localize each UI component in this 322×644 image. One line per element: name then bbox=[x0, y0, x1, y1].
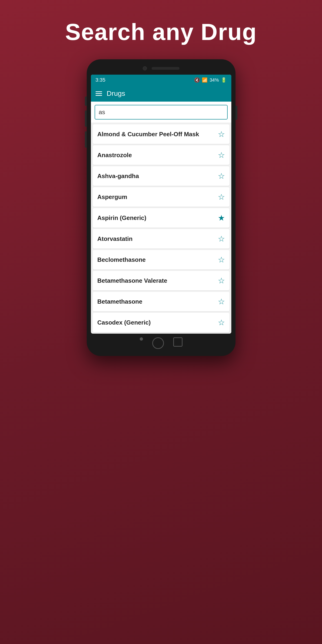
drug-list-item[interactable]: Aspirin (Generic)★ bbox=[93, 208, 230, 228]
hamburger-menu-button[interactable] bbox=[96, 91, 102, 96]
nav-recents-button[interactable] bbox=[173, 337, 182, 347]
phone-screen: 3:35 🔇 📶 34% 🔋 Drugs as Almond bbox=[91, 75, 231, 334]
favorite-star-icon[interactable]: ☆ bbox=[218, 171, 225, 181]
drug-name: Aspergum bbox=[98, 194, 128, 201]
battery-text: 34% bbox=[210, 78, 219, 83]
favorite-star-icon[interactable]: ☆ bbox=[218, 318, 225, 327]
search-input-value: as bbox=[99, 108, 105, 116]
favorite-star-icon[interactable]: ☆ bbox=[218, 234, 225, 244]
drug-list: Almond & Cucumber Peel-Off Mask☆Anastroz… bbox=[91, 124, 231, 332]
drug-name: Almond & Cucumber Peel-Off Mask bbox=[98, 131, 199, 138]
status-bar: 3:35 🔇 📶 34% 🔋 bbox=[91, 75, 231, 85]
battery-icon: 🔋 bbox=[221, 77, 227, 83]
drug-list-item[interactable]: Ashva-gandha☆ bbox=[93, 166, 230, 186]
drug-list-item[interactable]: Betamethasone☆ bbox=[93, 292, 230, 311]
phone-speaker bbox=[152, 67, 180, 70]
favorite-star-icon[interactable]: ☆ bbox=[218, 130, 225, 139]
drug-list-item[interactable]: Atorvastatin☆ bbox=[93, 229, 230, 248]
favorite-star-icon[interactable]: ☆ bbox=[218, 192, 225, 202]
drug-name: Betamethasone Valerate bbox=[98, 277, 168, 284]
volume-silent-button bbox=[85, 96, 87, 106]
favorite-star-icon[interactable]: ☆ bbox=[218, 255, 225, 264]
favorite-star-icon[interactable]: ★ bbox=[218, 213, 225, 222]
power-button bbox=[236, 106, 237, 120]
drug-name: Betamethasone bbox=[98, 298, 142, 305]
favorite-star-icon[interactable]: ☆ bbox=[218, 150, 225, 160]
volume-up-button bbox=[85, 110, 87, 127]
phone-top-bar bbox=[91, 66, 231, 70]
mute-icon: 🔇 bbox=[194, 77, 200, 83]
nav-home-button[interactable] bbox=[152, 337, 164, 349]
drug-list-item[interactable]: Beclomethasone☆ bbox=[93, 250, 230, 270]
drug-list-item[interactable]: Aspergum☆ bbox=[93, 187, 230, 207]
favorite-star-icon[interactable]: ☆ bbox=[218, 276, 225, 285]
status-time: 3:35 bbox=[96, 77, 106, 83]
drug-name: Ashva-gandha bbox=[98, 172, 139, 180]
drug-list-item[interactable]: Almond & Cucumber Peel-Off Mask☆ bbox=[93, 124, 230, 144]
drug-name: Anastrozole bbox=[98, 152, 132, 159]
app-bar-title: Drugs bbox=[107, 90, 125, 98]
search-input-wrapper[interactable]: as bbox=[94, 105, 228, 120]
phone-bottom-nav bbox=[91, 337, 231, 349]
page-title: Search any Drug bbox=[65, 18, 257, 45]
app-bar: Drugs bbox=[91, 85, 231, 102]
front-camera bbox=[143, 66, 147, 70]
search-container: as bbox=[91, 102, 231, 123]
phone-shell: 3:35 🔇 📶 34% 🔋 Drugs as Almond bbox=[87, 59, 236, 356]
nav-back-button[interactable] bbox=[140, 337, 143, 340]
drug-name: Atorvastatin bbox=[98, 235, 133, 242]
wifi-icon: 📶 bbox=[202, 77, 208, 83]
drug-name: Beclomethasone bbox=[98, 256, 146, 264]
favorite-star-icon[interactable]: ☆ bbox=[218, 297, 225, 306]
drug-name: Aspirin (Generic) bbox=[98, 214, 146, 222]
status-icons: 🔇 📶 34% 🔋 bbox=[194, 77, 226, 83]
drug-name: Casodex (Generic) bbox=[98, 319, 151, 326]
drug-list-item[interactable]: Betamethasone Valerate☆ bbox=[93, 271, 230, 290]
volume-down-button bbox=[85, 131, 87, 148]
drug-list-item[interactable]: Anastrozole☆ bbox=[93, 145, 230, 165]
drug-list-item[interactable]: Casodex (Generic)☆ bbox=[93, 313, 230, 332]
